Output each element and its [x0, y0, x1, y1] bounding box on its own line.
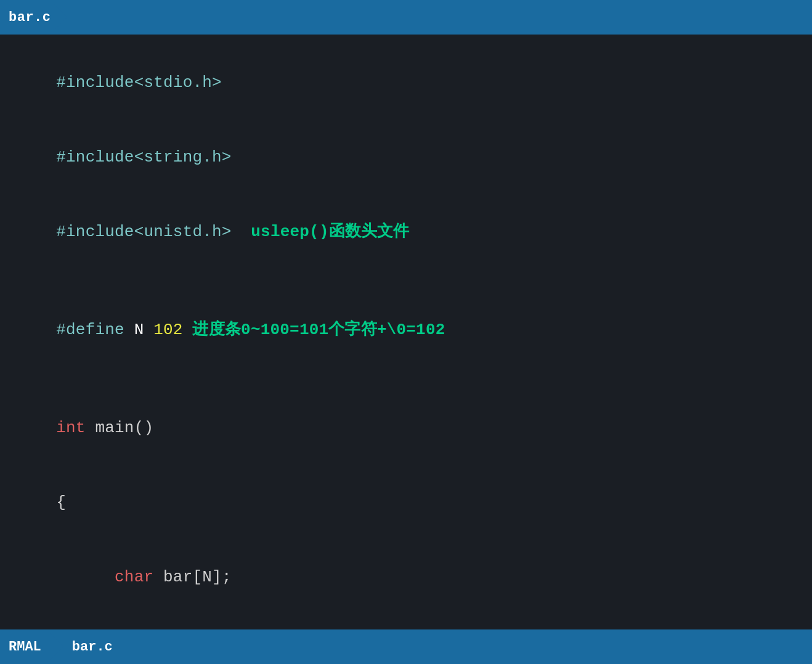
define-value: 102 [153, 321, 182, 339]
comment-define: 进度条0~100=101个字符+\0=102 [183, 321, 445, 339]
status-filename: bar.c [72, 639, 113, 655]
line-include3: #include<unistd.h> usleep()函数头文件 [17, 195, 795, 269]
line-main-sig: int main() [17, 391, 795, 465]
line-include2: #include<string.h> [17, 120, 795, 195]
preprocessor-3: #include<unistd.h> [56, 223, 231, 241]
status-mode: RMAL [9, 639, 41, 655]
keyword-char: char [115, 568, 153, 586]
title-bar: bar.c [0, 0, 812, 35]
title-arrow-icon [54, 4, 67, 31]
empty-line-1 [17, 269, 795, 293]
line-include1: #include<stdio.h> [17, 46, 795, 120]
brace-open1: { [56, 493, 66, 512]
keyword-int: int [56, 419, 85, 437]
define-keyword: #define [56, 321, 134, 339]
empty-line-2 [17, 367, 795, 391]
status-arrow-icon [50, 633, 63, 660]
line-define: #define N 102 进度条0~100=101个字符+\0=102 [17, 293, 795, 367]
bar-decl: bar[N]; [153, 568, 231, 586]
define-name: N [134, 321, 154, 339]
line-memset: memset(bar,0,sizeof(bar)); [17, 614, 795, 629]
main-func: main() [86, 419, 154, 437]
preprocessor-1: #include<stdio.h> [56, 73, 222, 92]
code-editor: #include<stdio.h> #include<string.h> #in… [0, 35, 812, 629]
indent1 [56, 568, 115, 586]
line-char-decl: char bar[N]; [17, 539, 795, 614]
title-filename: bar.c [9, 10, 51, 25]
line-open-brace1: { [17, 465, 795, 539]
comment-usleep: usleep()函数头文件 [232, 223, 410, 241]
preprocessor-2: #include<string.h> [56, 148, 231, 166]
status-bar: RMAL bar.c [0, 629, 812, 664]
